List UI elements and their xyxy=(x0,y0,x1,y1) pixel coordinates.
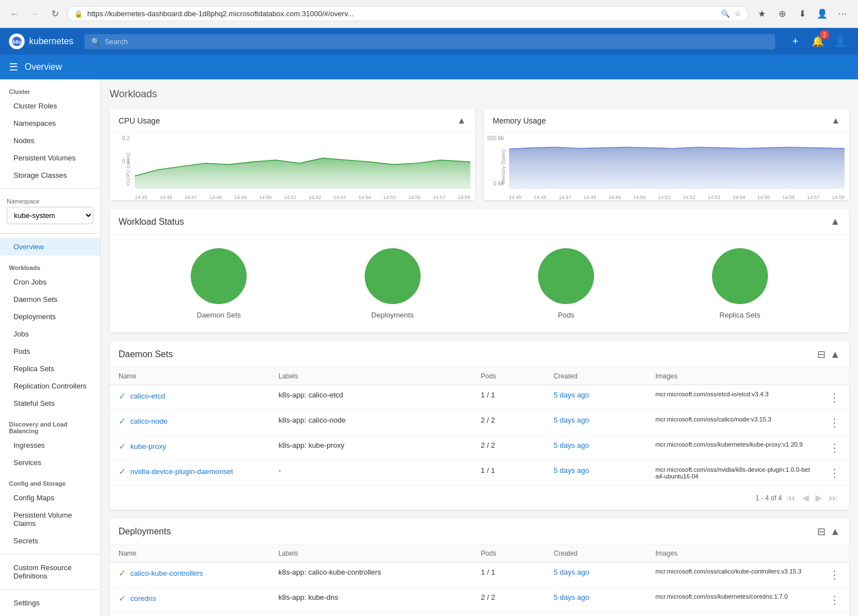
forward-button[interactable]: → xyxy=(27,6,43,22)
deployments-collapse-button[interactable]: ▲ xyxy=(830,525,840,538)
search-bar[interactable]: 🔍 xyxy=(84,34,775,49)
deployments-row-0-more-button[interactable]: ⋮ xyxy=(829,568,840,581)
sidebar-item-settings[interactable]: Settings xyxy=(0,594,100,612)
url-text[interactable]: https://kubernetes-dashboard.dbe-1d8phq2… xyxy=(87,10,716,18)
memory-chart-collapse-button[interactable]: ▲ xyxy=(831,116,840,126)
sidebar-item-deployments[interactable]: Deployments xyxy=(0,308,100,325)
add-button[interactable]: + xyxy=(786,32,804,50)
deployments-filter-button[interactable]: ⊟ xyxy=(817,525,826,538)
deployments-row-1-pods: 2 / 2 xyxy=(472,587,545,613)
sidebar-item-replica-sets[interactable]: Replica Sets xyxy=(0,360,100,377)
sidebar-item-jobs[interactable]: Jobs xyxy=(0,325,100,343)
reload-button[interactable]: ↻ xyxy=(47,6,63,22)
lock-icon: 🔒 xyxy=(74,10,83,18)
daemon-sets-header: Daemon Sets ⊟ ▲ xyxy=(110,342,849,368)
deployments-row-1-link[interactable]: coredns xyxy=(130,594,156,603)
sidebar-item-stateful-sets[interactable]: Stateful Sets xyxy=(0,395,100,412)
app-body: Cluster Cluster Roles Namespaces Nodes P… xyxy=(0,79,858,616)
daemon-sets-row-1-link[interactable]: calico-node xyxy=(130,417,168,425)
sidebar-item-overview[interactable]: Overview xyxy=(0,238,100,255)
namespace-select[interactable]: kube-system default all namespaces xyxy=(7,207,93,224)
daemon-sets-col-name: Name xyxy=(110,368,270,385)
sidebar-item-nodes[interactable]: Nodes xyxy=(0,132,100,149)
user-avatar[interactable]: 👤 xyxy=(831,32,849,50)
cpu-y-max: 0.2 xyxy=(110,135,130,141)
sidebar-item-crd[interactable]: Custom Resource Definitions xyxy=(0,559,100,585)
sidebar-item-services[interactable]: Services xyxy=(0,454,100,471)
search-icon: 🔍 xyxy=(721,10,730,18)
sidebar-item-namespaces[interactable]: Namespaces xyxy=(0,115,100,132)
kubernetes-logo-icon: k8s xyxy=(9,34,25,49)
app-name: kubernetes xyxy=(29,36,73,46)
cpu-chart-collapse-button[interactable]: ▲ xyxy=(457,116,466,126)
sidebar-item-config-maps[interactable]: Config Maps xyxy=(0,489,100,506)
daemon-sets-label: Daemon Sets xyxy=(197,311,241,319)
deployments-row-0-link[interactable]: calico-kube-controllers xyxy=(130,569,203,577)
deployments-row-1-created-link[interactable]: 5 days ago xyxy=(554,593,590,601)
sidebar-item-cluster-roles[interactable]: Cluster Roles xyxy=(0,97,100,115)
daemon-sets-row-1-more: ⋮ xyxy=(820,410,849,435)
daemon-sets-row-0-more-button[interactable]: ⋮ xyxy=(829,391,840,404)
app-header: k8s kubernetes 🔍 + 🔔 2 👤 xyxy=(0,28,858,55)
hamburger-menu-button[interactable]: ☰ xyxy=(9,61,18,73)
daemon-sets-row-2-more-button[interactable]: ⋮ xyxy=(829,441,840,454)
sidebar-item-ingresses[interactable]: Ingresses xyxy=(0,437,100,454)
search-input[interactable] xyxy=(105,37,769,46)
daemon-sets-status: Daemon Sets xyxy=(191,248,247,319)
daemon-sets-filter-button[interactable]: ⊟ xyxy=(817,348,826,361)
sidebar-item-cron-jobs[interactable]: Cron Jobs xyxy=(0,273,100,291)
favorites-icon[interactable]: ★ xyxy=(753,5,771,23)
deployments-row-0-name: ✓ calico-kube-controllers xyxy=(110,562,270,587)
daemon-sets-pagination: 1 - 4 of 4 ⏮ ◀ ▶ ⏭ xyxy=(110,485,849,510)
sidebar-item-persistent-volumes[interactable]: Persistent Volumes xyxy=(0,149,100,167)
deployments-actions: ⊟ ▲ xyxy=(817,525,840,538)
nav-bar: ☰ Overview xyxy=(0,55,858,79)
pagination-prev-button[interactable]: ◀ xyxy=(800,490,811,505)
notification-badge: 2 xyxy=(820,30,829,39)
deployments-row-1-more-button[interactable]: ⋮ xyxy=(829,593,840,606)
deployments-col-pods: Pods xyxy=(472,545,545,562)
download-icon[interactable]: ⬇ xyxy=(793,5,811,23)
daemon-sets-row-2-more: ⋮ xyxy=(820,435,849,461)
sidebar-divider-1 xyxy=(0,188,100,189)
table-row: ✓ calico-kube-controllers k8s-app: calic… xyxy=(110,562,849,587)
pagination-last-button[interactable]: ⏭ xyxy=(827,491,840,505)
back-button[interactable]: ← xyxy=(7,6,22,22)
sidebar-item-pods[interactable]: Pods xyxy=(0,343,100,360)
memory-y-max: 500 Mi xyxy=(484,135,504,141)
menu-icon[interactable]: ⋯ xyxy=(833,5,851,23)
status-ok-icon: ✓ xyxy=(119,466,126,477)
daemon-sets-col-pods: Pods xyxy=(472,368,545,385)
memory-chart-body: 500 Mi 0 Mi Memory (bytes) xyxy=(484,133,849,200)
pagination-next-button[interactable]: ▶ xyxy=(813,490,824,505)
daemon-sets-row-1-more-button[interactable]: ⋮ xyxy=(829,416,840,429)
daemon-sets-row-2-created-link[interactable]: 5 days ago xyxy=(554,441,590,449)
profile-icon[interactable]: 👤 xyxy=(813,5,831,23)
workloads-section-header: Workloads xyxy=(0,255,100,273)
daemon-sets-row-3-more-button[interactable]: ⋮ xyxy=(829,466,840,480)
workload-status-collapse-button[interactable]: ▲ xyxy=(830,216,840,228)
cpu-chart-header: CPU Usage ▲ xyxy=(110,109,475,133)
daemon-sets-collapse-button[interactable]: ▲ xyxy=(830,348,840,361)
daemon-sets-row-2-link[interactable]: kube-proxy xyxy=(130,442,166,451)
sidebar-item-pvc[interactable]: Persistent Volume Claims xyxy=(0,506,100,532)
daemon-sets-title: Daemon Sets xyxy=(119,349,173,359)
daemon-sets-row-0-created-link[interactable]: 5 days ago xyxy=(554,391,590,399)
sidebar-item-replication-controllers[interactable]: Replication Controllers xyxy=(0,377,100,395)
sidebar-item-about[interactable]: About xyxy=(0,612,100,616)
deployments-col-labels: Labels xyxy=(270,545,472,562)
sidebar-item-storage-classes[interactable]: Storage Classes xyxy=(0,167,100,184)
daemon-sets-row-3-created-link[interactable]: 5 days ago xyxy=(554,466,590,475)
daemon-sets-row-3-more: ⋮ xyxy=(820,461,849,486)
daemon-sets-row-1-created-link[interactable]: 5 days ago xyxy=(554,416,590,424)
sidebar-item-secrets[interactable]: Secrets xyxy=(0,532,100,549)
sidebar-item-daemon-sets[interactable]: Daemon Sets xyxy=(0,291,100,308)
collections-icon[interactable]: ⊕ xyxy=(773,5,791,23)
daemon-sets-table-section: Name Labels Pods Created Images xyxy=(110,368,849,510)
daemon-sets-row-3-link[interactable]: nvidia-device-plugin-daemonset xyxy=(130,467,233,476)
daemon-sets-row-1-created: 5 days ago xyxy=(545,410,647,435)
daemon-sets-row-0-link[interactable]: calico-etcd xyxy=(130,392,165,400)
daemon-sets-row-2-created: 5 days ago xyxy=(545,435,647,461)
pagination-first-button[interactable]: ⏮ xyxy=(784,491,798,505)
deployments-row-0-created-link[interactable]: 5 days ago xyxy=(554,568,590,576)
